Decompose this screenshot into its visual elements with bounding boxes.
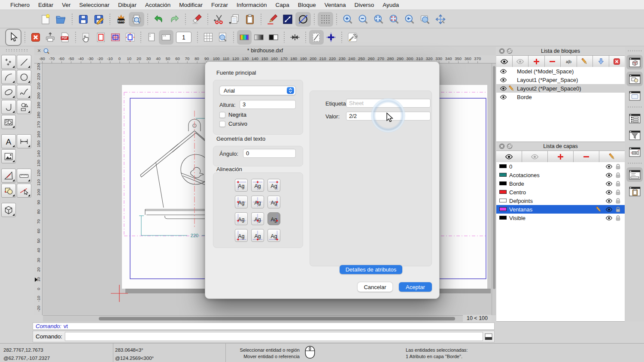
circle-tool-icon[interactable] (17, 70, 31, 84)
layer-row-centro[interactable]: Centro (496, 188, 625, 196)
add-plus-icon[interactable] (548, 151, 574, 162)
menu-fichero[interactable]: Fichero (6, 2, 34, 8)
menu-diverso[interactable]: Diverso (350, 2, 378, 8)
zoom-previous-icon[interactable] (402, 12, 417, 27)
zoom-out-icon[interactable] (355, 12, 371, 27)
layer-row-acotaciones[interactable]: Acotaciones (496, 171, 625, 179)
align-top-center[interactable]: Ag (251, 179, 264, 192)
palette-drag-handle[interactable] (5, 49, 28, 51)
image-tool-icon[interactable] (1, 149, 16, 163)
shapes-tool-icon[interactable] (17, 100, 31, 114)
menu-informaci-n[interactable]: Información (232, 2, 271, 8)
command-expand-icon[interactable] (485, 333, 492, 340)
align-baseline-center[interactable]: Ag (251, 212, 264, 225)
svg-export-icon[interactable]: SVG (113, 12, 129, 27)
ok-button[interactable]: Aceptar (399, 282, 432, 292)
color-full-icon[interactable] (237, 30, 252, 45)
delete-x-icon[interactable] (609, 56, 625, 67)
eye-icon[interactable] (605, 163, 613, 170)
angle-input[interactable] (243, 149, 296, 158)
block-row-layout2-paper-space0[interactable]: Layout2 (*Paper_Space0) (496, 84, 625, 93)
layer-row-0[interactable]: 0 (496, 162, 625, 171)
align-baseline-left[interactable]: Ag (235, 212, 248, 225)
block-row-model-model-space[interactable]: Model (*Model_Space) (496, 67, 625, 75)
page-portrait-icon[interactable] (144, 30, 159, 45)
layer-row-borde[interactable]: Borde (496, 179, 625, 188)
save-icon[interactable] (76, 12, 91, 27)
fit-marks-icon[interactable] (288, 30, 302, 45)
paste-icon[interactable] (242, 12, 258, 27)
menu-ventana[interactable]: Ventana (320, 2, 350, 8)
grid-tiles-icon[interactable] (201, 30, 216, 45)
cut-icon[interactable] (211, 12, 227, 27)
eye-icon[interactable] (605, 206, 613, 213)
paper-border-icon[interactable] (94, 30, 108, 45)
eye-icon[interactable] (496, 56, 513, 67)
color-bw-icon[interactable] (266, 30, 281, 45)
viewport-fit-icon[interactable] (123, 30, 137, 45)
arc-tool-icon[interactable] (1, 70, 16, 84)
draft-icon[interactable] (309, 30, 324, 45)
print-icon[interactable] (43, 30, 58, 45)
menu-ver[interactable]: Ver (58, 2, 75, 8)
vertical-scrollbar[interactable] (492, 63, 496, 315)
zoom-pan-icon[interactable] (433, 12, 448, 27)
height-input[interactable] (240, 100, 296, 109)
solid-tool-icon[interactable] (1, 203, 16, 217)
eye-icon[interactable] (500, 76, 507, 84)
lock-icon[interactable] (614, 172, 622, 179)
eye-off-icon[interactable] (513, 56, 529, 67)
lock-icon[interactable] (614, 180, 622, 187)
zoom-auto-icon[interactable] (371, 12, 386, 27)
lock-icon[interactable] (614, 197, 622, 205)
copy-icon[interactable] (227, 12, 242, 27)
menu-seleccionar[interactable]: Seleccionar (75, 2, 114, 8)
lock-icon[interactable] (614, 189, 622, 196)
eye-icon[interactable] (500, 68, 507, 75)
remove-minus-icon[interactable] (545, 56, 561, 67)
menu-editar[interactable]: Editar (34, 2, 58, 8)
text-tool-icon[interactable]: A (1, 134, 16, 148)
horizontal-scrollbar[interactable]: 10 < 100 (43, 315, 492, 322)
add-plus-icon[interactable] (529, 56, 545, 67)
redo-icon[interactable] (167, 12, 182, 27)
align-middle-left[interactable]: Ag (235, 196, 248, 208)
layer-row-defpoints[interactable]: Defpoints (496, 196, 625, 205)
dock-library-browser[interactable] (626, 88, 643, 103)
distance-icon[interactable] (280, 12, 295, 27)
menu-bloque[interactable]: Bloque (294, 2, 320, 8)
dock-selection-filter[interactable] (626, 128, 643, 142)
align-baseline-right[interactable]: Ag (267, 212, 280, 225)
menu-modificar[interactable]: Modificar (175, 2, 207, 8)
undo-icon[interactable] (151, 12, 167, 27)
block-row-layout1-paper-space[interactable]: Layout1 (*Paper_Space) (496, 75, 625, 84)
zoom-window-icon[interactable] (417, 12, 433, 27)
align-top-left[interactable]: Ag (235, 179, 248, 192)
rename-ab-icon[interactable]: a|b (561, 56, 577, 67)
dock-block-list[interactable] (626, 55, 643, 69)
delete-icon[interactable] (189, 12, 204, 27)
dock-layer-list[interactable] (626, 72, 643, 86)
circle-slash-icon[interactable] (295, 12, 311, 27)
points-tool-icon[interactable] (1, 55, 16, 69)
eye-icon[interactable] (500, 94, 507, 101)
eye-icon[interactable] (605, 180, 613, 187)
close-drawing-icon[interactable] (28, 30, 43, 45)
spline-tool-icon[interactable] (17, 85, 31, 99)
ellipse-tool-icon[interactable] (1, 85, 16, 99)
remove-minus-icon[interactable] (574, 151, 599, 162)
measure-tool-icon[interactable] (17, 169, 31, 183)
zoom-page-icon[interactable] (216, 30, 230, 45)
block-tool-icon[interactable] (1, 184, 16, 198)
cancel-button[interactable]: Cancelar (358, 282, 392, 292)
vertical-scroll-thumb[interactable] (493, 66, 495, 289)
color-gray-icon[interactable] (252, 30, 266, 45)
edit-pencil-icon[interactable] (599, 151, 625, 162)
hatch-tool-icon[interactable] (1, 115, 16, 129)
align-bottom-center[interactable]: Ag (251, 229, 264, 242)
eye-icon[interactable] (500, 85, 507, 92)
settings-icon[interactable] (345, 30, 360, 45)
block-row-borde[interactable]: Borde (496, 93, 625, 101)
bold-checkbox[interactable]: Negrita (219, 112, 246, 118)
dimension-tool-icon[interactable] (17, 134, 31, 148)
